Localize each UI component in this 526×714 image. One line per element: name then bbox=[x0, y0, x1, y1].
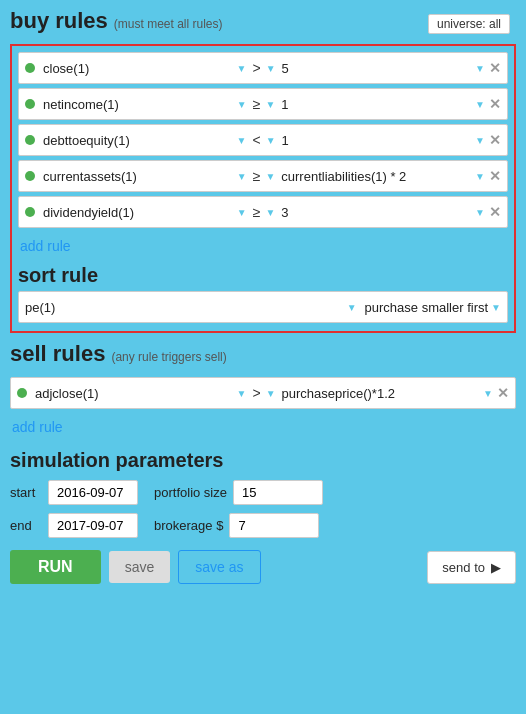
rule-operator: > ▼ bbox=[252, 385, 275, 401]
sim-end-row: end brokerage $ bbox=[10, 513, 516, 538]
field-dropdown-arrow[interactable]: ▼ bbox=[237, 63, 247, 74]
rule-active-dot bbox=[25, 63, 35, 73]
buy-rule-row: debttoequity(1) ▼ < ▼ 1 ▼ ✕ bbox=[18, 124, 508, 156]
remove-rule-button[interactable]: ✕ bbox=[489, 204, 501, 220]
sim-end-label: end bbox=[10, 518, 42, 533]
rule-field: close(1) ▼ bbox=[43, 61, 246, 76]
rule-active-dot bbox=[25, 171, 35, 181]
value-dropdown-arrow[interactable]: ▼ bbox=[475, 207, 485, 218]
send-to-arrow-icon: ▶ bbox=[491, 560, 501, 575]
op-symbol: ≥ bbox=[253, 96, 261, 112]
sort-field-dropdown-arrow[interactable]: ▼ bbox=[347, 302, 357, 313]
sim-start-row: start portfolio size bbox=[10, 480, 516, 505]
op-dropdown-arrow[interactable]: ▼ bbox=[265, 171, 275, 182]
rule-value-box: currentliabilities(1) * 2 ▼ bbox=[281, 169, 485, 184]
add-sell-rule-button[interactable]: add rule bbox=[10, 415, 65, 439]
rule-field-text: dividendyield(1) bbox=[43, 205, 234, 220]
field-dropdown-arrow[interactable]: ▼ bbox=[237, 207, 247, 218]
rule-value-text: 3 bbox=[281, 205, 472, 220]
save-as-button[interactable]: save as bbox=[178, 550, 260, 584]
value-dropdown-arrow[interactable]: ▼ bbox=[475, 63, 485, 74]
op-dropdown-arrow[interactable]: ▼ bbox=[265, 99, 275, 110]
run-button[interactable]: RUN bbox=[10, 550, 101, 584]
sort-rule-title: sort rule bbox=[18, 264, 508, 287]
field-dropdown-arrow[interactable]: ▼ bbox=[237, 135, 247, 146]
rule-value-text: purchaseprice()*1.2 bbox=[282, 386, 481, 401]
rule-field-text: close(1) bbox=[43, 61, 234, 76]
rule-value-box: 3 ▼ bbox=[281, 205, 485, 220]
universe-badge[interactable]: universe: all bbox=[428, 14, 510, 34]
sim-title: simulation parameters bbox=[10, 449, 516, 472]
remove-rule-button[interactable]: ✕ bbox=[489, 168, 501, 184]
rule-field-text: adjclose(1) bbox=[35, 386, 234, 401]
buy-rules-box: close(1) ▼ > ▼ 5 ▼ ✕ netincome(1) ▼ ≥ ▼ bbox=[10, 44, 516, 333]
rule-value-text: 5 bbox=[282, 61, 473, 76]
rule-value-text: 1 bbox=[282, 133, 473, 148]
remove-sell-rule-button[interactable]: ✕ bbox=[497, 385, 509, 401]
add-buy-rule-button[interactable]: add rule bbox=[18, 234, 73, 258]
sell-rules-subtitle: (any rule triggers sell) bbox=[111, 350, 226, 364]
sim-portfolio-label: portfolio size bbox=[154, 485, 227, 500]
op-dropdown-arrow[interactable]: ▼ bbox=[266, 135, 276, 146]
rule-operator: ≥ ▼ bbox=[253, 204, 276, 220]
rule-operator: > ▼ bbox=[252, 60, 275, 76]
rule-field-text: currentassets(1) bbox=[43, 169, 234, 184]
buy-rule-row: dividendyield(1) ▼ ≥ ▼ 3 ▼ ✕ bbox=[18, 196, 508, 228]
send-to-button[interactable]: send to ▶ bbox=[427, 551, 516, 584]
field-dropdown-arrow[interactable]: ▼ bbox=[237, 99, 247, 110]
op-symbol: ≥ bbox=[253, 204, 261, 220]
rule-active-dot bbox=[25, 99, 35, 109]
value-dropdown-arrow[interactable]: ▼ bbox=[475, 171, 485, 182]
rule-field: debttoequity(1) ▼ bbox=[43, 133, 246, 148]
simulation-parameters-section: simulation parameters start portfolio si… bbox=[10, 449, 516, 538]
remove-rule-button[interactable]: ✕ bbox=[489, 96, 501, 112]
op-dropdown-arrow[interactable]: ▼ bbox=[266, 63, 276, 74]
sort-option-dropdown-arrow[interactable]: ▼ bbox=[491, 302, 501, 313]
rule-field: dividendyield(1) ▼ bbox=[43, 205, 247, 220]
remove-rule-button[interactable]: ✕ bbox=[489, 132, 501, 148]
sort-option-text: purchase smaller first bbox=[365, 300, 489, 315]
sell-rule-row: adjclose(1) ▼ > ▼ purchaseprice()*1.2 ▼ … bbox=[10, 377, 516, 409]
value-dropdown-arrow[interactable]: ▼ bbox=[483, 388, 493, 399]
rule-operator: ≥ ▼ bbox=[253, 168, 276, 184]
op-symbol: > bbox=[252, 60, 260, 76]
rule-field: currentassets(1) ▼ bbox=[43, 169, 247, 184]
sim-end-input[interactable] bbox=[48, 513, 138, 538]
sort-field-text: pe(1) bbox=[25, 300, 344, 315]
rule-value-box: 5 ▼ bbox=[282, 61, 485, 76]
op-symbol: > bbox=[252, 385, 260, 401]
buy-rule-row: close(1) ▼ > ▼ 5 ▼ ✕ bbox=[18, 52, 508, 84]
rule-field: adjclose(1) ▼ bbox=[35, 386, 246, 401]
save-button[interactable]: save bbox=[109, 551, 171, 583]
rule-value-box: purchaseprice()*1.2 ▼ bbox=[282, 386, 493, 401]
sell-rules-section: sell rules (any rule triggers sell) adjc… bbox=[10, 341, 516, 439]
rule-field-text: netincome(1) bbox=[43, 97, 234, 112]
sim-brokerage-label: brokerage $ bbox=[154, 518, 223, 533]
rule-field: netincome(1) ▼ bbox=[43, 97, 247, 112]
sell-rules-title: sell rules bbox=[10, 341, 105, 367]
sim-portfolio-input[interactable] bbox=[233, 480, 323, 505]
rule-active-dot bbox=[17, 388, 27, 398]
op-dropdown-arrow[interactable]: ▼ bbox=[266, 388, 276, 399]
op-symbol: ≥ bbox=[253, 168, 261, 184]
field-dropdown-arrow[interactable]: ▼ bbox=[237, 388, 247, 399]
field-dropdown-arrow[interactable]: ▼ bbox=[237, 171, 247, 182]
rule-active-dot bbox=[25, 207, 35, 217]
sim-brokerage-input[interactable] bbox=[229, 513, 319, 538]
buy-rule-row: netincome(1) ▼ ≥ ▼ 1 ▼ ✕ bbox=[18, 88, 508, 120]
sort-rule-row: pe(1) ▼ purchase smaller first ▼ bbox=[18, 291, 508, 323]
buy-rules-title: buy rules bbox=[10, 8, 108, 34]
rule-value-box: 1 ▼ bbox=[281, 97, 485, 112]
buy-rule-row: currentassets(1) ▼ ≥ ▼ currentliabilitie… bbox=[18, 160, 508, 192]
op-dropdown-arrow[interactable]: ▼ bbox=[265, 207, 275, 218]
buy-rules-subtitle: (must meet all rules) bbox=[114, 17, 223, 31]
rule-operator: ≥ ▼ bbox=[253, 96, 276, 112]
sim-start-input[interactable] bbox=[48, 480, 138, 505]
value-dropdown-arrow[interactable]: ▼ bbox=[475, 99, 485, 110]
remove-rule-button[interactable]: ✕ bbox=[489, 60, 501, 76]
rule-active-dot bbox=[25, 135, 35, 145]
rule-field-text: debttoequity(1) bbox=[43, 133, 234, 148]
rule-value-text: 1 bbox=[281, 97, 472, 112]
sim-start-label: start bbox=[10, 485, 42, 500]
value-dropdown-arrow[interactable]: ▼ bbox=[475, 135, 485, 146]
